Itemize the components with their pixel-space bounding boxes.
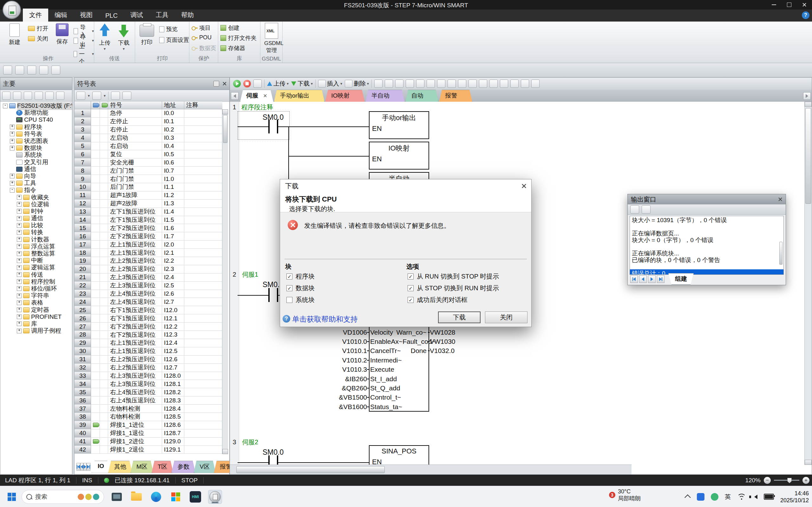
symbol-row[interactable]: 39 焊接1_1进位 I128.6 (74, 421, 222, 429)
symbol-row[interactable]: 34 右上3预压退到位 I128.1 (74, 380, 222, 388)
network-comment[interactable]: 伺服1 (242, 270, 258, 279)
expand-icon[interactable] (17, 272, 21, 277)
symbol-row[interactable]: 42 焊接1_2退位 I129.1 (74, 446, 222, 454)
editor-toolbar-icon[interactable] (395, 79, 403, 88)
scrollbar-thumb[interactable] (805, 108, 811, 204)
contact-operand[interactable]: SM0.0 (258, 448, 288, 457)
tree-item[interactable]: 通信 (0, 215, 72, 222)
expand-icon[interactable] (10, 131, 14, 136)
checkbox[interactable]: ✓ (287, 274, 293, 279)
symbol-row[interactable]: 2 左停止 I0.1 (74, 118, 222, 126)
menu-item[interactable]: 工具 (149, 9, 175, 21)
symbol-row[interactable]: 21 左上3预压进到位 I2.4 (74, 274, 222, 282)
delete-button[interactable]: 删除▾ (345, 79, 369, 88)
tree-item[interactable]: 中断 (0, 257, 72, 264)
hscrollbar-thumb[interactable] (236, 466, 385, 473)
checkbox-row[interactable]: ✓ 从 STOP 切换到 RUN 时提示 (408, 284, 499, 292)
tree-item[interactable]: 状态图表 (0, 137, 72, 145)
tree-item[interactable]: 浮点运算 (0, 243, 72, 250)
pou-tab[interactable]: 手动or输出 ✕ (274, 90, 325, 102)
symbol-table-tab[interactable]: M区 (131, 461, 154, 473)
tree-item[interactable]: 通信 (0, 166, 72, 173)
tree-item[interactable]: 传送 (0, 271, 72, 278)
insert-row-icon[interactable] (111, 92, 120, 100)
scrollbar-thumb[interactable] (779, 242, 782, 265)
tree-toolbar-icon[interactable] (56, 92, 64, 100)
print-button[interactable]: 打印 (138, 25, 156, 46)
taskbar-app-step7-active[interactable] (208, 490, 222, 504)
symbol-row[interactable]: 27 右下2预压进到位 I12.2 (74, 323, 222, 331)
next-tab-button[interactable] (84, 463, 87, 470)
expand-icon[interactable] (10, 188, 14, 193)
expand-icon[interactable] (17, 223, 21, 228)
tree-item[interactable]: 调用子例程 (0, 327, 72, 334)
tree-toolbar-icon[interactable] (2, 92, 10, 100)
editor-toolbar-icon[interactable] (490, 79, 498, 88)
expand-icon[interactable] (17, 265, 21, 270)
quickbar-icon[interactable] (3, 66, 12, 74)
menu-item[interactable]: 帮助 (175, 9, 200, 21)
tree-toolbar-icon[interactable] (24, 92, 32, 100)
taskbar-app-explorer[interactable] (130, 490, 143, 504)
insert-button[interactable]: 插入▾ (318, 79, 342, 88)
menu-item[interactable]: 调试 (124, 9, 149, 21)
function-block[interactable]: IO映射 EN (369, 142, 429, 170)
block-pin-row[interactable]: V1010.2 Intermedi~ (330, 355, 479, 365)
run-icon[interactable] (233, 80, 241, 88)
tray-expand-icon[interactable] (684, 494, 691, 501)
symbol-row[interactable]: 8 左门门禁 I0.7 (74, 167, 222, 175)
menu-item[interactable]: 编辑 (48, 9, 73, 21)
delete-symbol-icon[interactable] (92, 92, 101, 100)
library-memory-button[interactable]: 存储器 (220, 44, 245, 52)
tree-item[interactable]: 转换 (0, 229, 72, 236)
tree-toolbar-icon[interactable] (13, 92, 21, 100)
checkbox-row[interactable]: ✓ 数据块 (287, 284, 315, 292)
volume-icon[interactable] (754, 495, 757, 499)
symbol-row[interactable]: 36 右上4预压退到位 I128.3 (74, 396, 222, 405)
next-tab-button[interactable] (648, 275, 656, 283)
symbol-row[interactable]: 15 左下2预压进到位 I1.6 (74, 224, 222, 232)
block-pin-row[interactable]: V1010.1 CancelTr~ Done V1032.0 (330, 346, 479, 355)
stop-icon[interactable] (243, 80, 251, 88)
symbol-row[interactable]: 1 急停 I0.0 (74, 109, 222, 118)
tree-item[interactable]: 交叉引用 (0, 159, 72, 166)
output-close-icon[interactable] (778, 197, 782, 202)
taskbar-app-edge[interactable] (149, 490, 163, 504)
tree-item[interactable]: 程序块 (0, 124, 72, 130)
tree-item[interactable]: 系统块 (0, 152, 72, 158)
expand-icon[interactable] (10, 124, 14, 129)
pou-tab[interactable]: 半自动 ✕ (365, 90, 405, 102)
symbol-table-tab[interactable]: IO (92, 461, 110, 473)
symbol-row[interactable]: 29 右上1预压进到位 I12.4 (74, 339, 222, 347)
zoom-in-button[interactable]: + (803, 477, 809, 484)
open-library-folder-button[interactable]: 打开文件夹 (220, 34, 257, 42)
checkbox[interactable]: ✓ (408, 274, 414, 279)
symbol-row[interactable]: 13 左下1预压进到位 I1.4 (74, 208, 222, 216)
expand-icon[interactable] (17, 195, 21, 200)
symbol-row[interactable]: 22 左上3预压退到位 I2.5 (74, 282, 222, 290)
last-tab-button[interactable] (87, 463, 90, 470)
block-pin-row[interactable]: &VB1600 Status_ta~ (330, 402, 479, 411)
symbol-row[interactable]: 31 右上2预压进到位 I12.6 (74, 355, 222, 364)
save-button[interactable]: 保存 (53, 23, 72, 45)
zoom-slider-thumb[interactable] (787, 478, 792, 483)
taskbar-app-hmi[interactable]: HMI (189, 490, 202, 504)
dialog-close-icon[interactable] (521, 183, 527, 189)
editor-toolbar-icon[interactable] (426, 79, 435, 88)
symbol-row[interactable]: 26 右下1预压退到位 I12.1 (74, 314, 222, 323)
tree-item[interactable]: 数据块 (0, 145, 72, 152)
quickbar-icon[interactable] (39, 66, 48, 74)
block-pin-row[interactable]: &VB1500 Control_t~ (330, 393, 479, 402)
tree-item[interactable]: 指令 (0, 187, 72, 193)
tree-item[interactable]: 库 (0, 320, 72, 327)
expand-icon[interactable] (10, 174, 14, 178)
tree-item[interactable]: 整数运算 (0, 250, 72, 257)
scroll-down-arrow[interactable] (805, 460, 812, 465)
ime-indicator[interactable]: 英 (725, 493, 731, 501)
tree-item[interactable]: FS2501-039改版 (F:\ZM… (0, 102, 72, 109)
quickbar-icon[interactable] (27, 66, 36, 74)
prev-tab-button[interactable] (639, 275, 647, 283)
tree-item[interactable]: PROFINET (0, 314, 72, 320)
scrollbar-thumb[interactable] (223, 115, 227, 143)
expand-icon[interactable] (17, 293, 21, 298)
